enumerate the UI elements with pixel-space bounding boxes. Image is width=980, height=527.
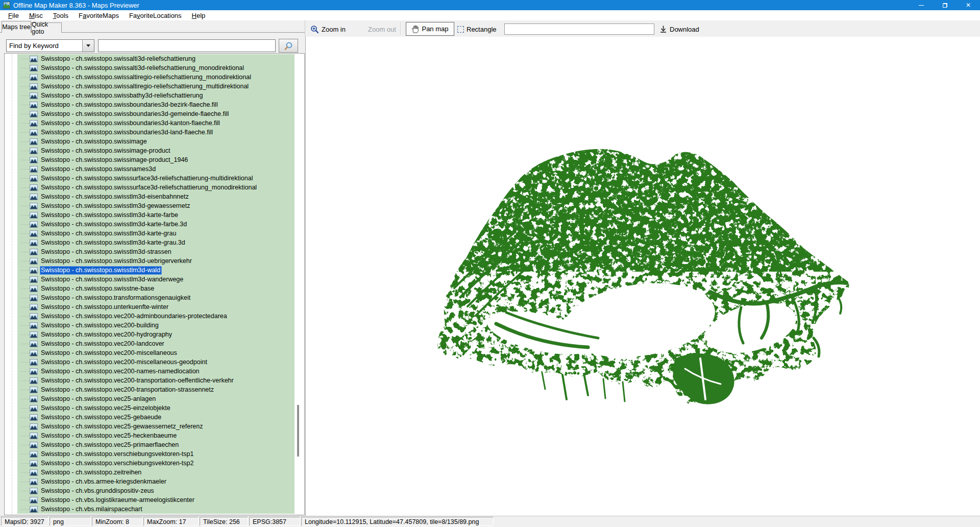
close-icon: ✕ — [966, 2, 971, 8]
tree-row[interactable]: Swisstopo - ch.swisstopo.swisstlm3d-uebr… — [17, 256, 295, 266]
pane-divider — [305, 20, 305, 37]
tree-row[interactable]: Swisstopo - ch.swisstopo.swisstlm3d-eise… — [17, 192, 295, 201]
tree-row[interactable]: Swisstopo - ch.swisstopo.vec25-gebaeude — [17, 413, 295, 422]
zoom-in-button[interactable]: Zoom in — [310, 22, 346, 36]
tree-row-label: Swisstopo - ch.swisstopo.swisstlm3d-wald — [40, 266, 162, 275]
tree-branch-line — [21, 59, 29, 59]
tree-row[interactable]: Swisstopo - ch.vbs.armee-kriegsdenkmaele… — [17, 477, 295, 486]
tree-row-label: Swisstopo - ch.swisstopo.swisstlm3d-kart… — [40, 229, 178, 238]
tree-row[interactable]: Swisstopo - ch.swisstopo.swisssurface3d-… — [17, 183, 295, 192]
tree-row[interactable]: Swisstopo - ch.vbs.logistikraeume-armeel… — [17, 495, 295, 505]
tree-row[interactable]: Swisstopo - ch.swisstopo.swisstlm3d-gewa… — [17, 201, 295, 210]
tree-row[interactable]: Swisstopo - ch.swisstopo.vec200-miscella… — [17, 357, 295, 367]
window-title: Offline Map Maker 8.363 - Maps Previewer — [13, 2, 139, 9]
find-mode-select[interactable]: Find by Keyword — [6, 39, 94, 52]
tree-branch-line — [21, 114, 29, 114]
tree-scrollbar-thumb[interactable] — [297, 405, 299, 457]
tree-row[interactable]: Swisstopo - ch.swisstopo.verschiebungsve… — [17, 459, 295, 468]
tree-row[interactable]: Swisstopo - ch.swisstopo.swisstne-base — [17, 284, 295, 293]
tree-branch-line — [21, 454, 29, 454]
tree-row[interactable]: Swisstopo - ch.swisstopo.swissimage — [17, 137, 295, 146]
search-input[interactable] — [98, 39, 276, 52]
map-layer-icon — [30, 92, 38, 99]
menu-item-tools[interactable]: Tools — [48, 12, 74, 19]
menu-item-file[interactable]: File — [3, 12, 24, 19]
tree-row-label: Swisstopo - ch.swisstopo.swisstlm3d-wand… — [40, 275, 185, 284]
tree-row[interactable]: Swisstopo - ch.swisstopo.vec200-miscella… — [17, 348, 295, 357]
tree-branch-line — [21, 390, 29, 390]
zoom-out-button[interactable]: Zoom out — [365, 22, 396, 36]
map-layer-icon — [30, 102, 38, 108]
tree-branch-line — [21, 261, 29, 261]
tree-row[interactable]: Swisstopo - ch.swisstopo.vec25-einzelobj… — [17, 403, 295, 413]
tree-row[interactable]: Swisstopo - ch.swisstopo.swissboundaries… — [17, 118, 295, 128]
restore-button[interactable] — [933, 0, 957, 10]
tree-branch-line — [21, 169, 29, 170]
tree-row[interactable]: Swisstopo - ch.swisstopo.vec200-adminbou… — [17, 312, 295, 321]
tree-row[interactable]: Swisstopo - ch.swisstopo.vec25-primaerfl… — [17, 440, 295, 449]
tree-row-label: Swisstopo - ch.swisstopo.verschiebungsve… — [40, 459, 195, 468]
tree-row[interactable]: Swisstopo - ch.swisstopo.swissimage-prod… — [17, 146, 295, 155]
map-layer-icon — [30, 423, 38, 430]
tree-row[interactable]: Swisstopo - ch.swisstopo.swissalti3d-rel… — [17, 54, 295, 63]
tree-row[interactable]: Swisstopo - ch.swisstopo.swisstlm3d-kart… — [17, 229, 295, 238]
tree-row[interactable]: Swisstopo - ch.swisstopo.transformations… — [17, 293, 295, 302]
map-layer-icon — [30, 203, 38, 209]
map-layer-icon — [30, 377, 38, 384]
search-button[interactable] — [279, 39, 298, 53]
tree-row[interactable]: Swisstopo - ch.swisstopo.vec25-heckenbae… — [17, 431, 295, 440]
tree-row[interactable]: Swisstopo - ch.swisstopo.zeitreihen — [17, 468, 295, 477]
menu-item-favoritelocations[interactable]: FavoriteLocations — [124, 12, 187, 19]
tree-row[interactable]: Swisstopo - ch.swisstopo.swisstlm3d-kart… — [17, 238, 295, 247]
tree-row[interactable]: Swisstopo - ch.swisstopo.swissaltiregio-… — [17, 82, 295, 91]
tab-maps-tree[interactable]: Maps tree — [2, 21, 31, 33]
tree-row[interactable]: Swisstopo - ch.swisstopo.vec200-transpor… — [17, 376, 295, 385]
close-button[interactable]: ✕ — [957, 0, 980, 10]
tree-row[interactable]: Swisstopo - ch.swisstopo.swissimage-prod… — [17, 155, 295, 164]
tree-row[interactable]: Swisstopo - ch.swisstopo.swissboundaries… — [17, 128, 295, 137]
tree-row[interactable]: Swisstopo - ch.swisstopo.swisstlm3d-wald — [17, 266, 295, 275]
map-toolbar-input[interactable] — [504, 23, 654, 35]
tree-row[interactable]: Swisstopo - ch.swisstopo.swissaltiregio-… — [17, 73, 295, 82]
tree-row-label: Swisstopo - ch.swisstopo.vec200-miscella… — [40, 358, 209, 367]
pan-map-button[interactable]: Pan map — [406, 22, 454, 36]
tree-row[interactable]: Swisstopo - ch.swisstopo.swissnames3d — [17, 164, 295, 174]
tree-row[interactable]: Swisstopo - ch.swisstopo.verschiebungsve… — [17, 449, 295, 459]
tree-row[interactable]: Swisstopo - ch.swisstopo.unterkuenfte-wi… — [17, 302, 295, 312]
tree-row-label: Swisstopo - ch.swisstopo.vec200-miscella… — [40, 349, 179, 357]
rectangle-button[interactable]: Rectangle — [457, 22, 497, 36]
tree-row-label: Swisstopo - ch.swisstopo.swissboundaries… — [40, 119, 222, 128]
tree-row[interactable]: Swisstopo - ch.swisstopo.vec200-transpor… — [17, 385, 295, 394]
tree-row[interactable]: Swisstopo - ch.swisstopo.swissalti3d-rel… — [17, 63, 295, 73]
zoom-in-label: Zoom in — [322, 26, 346, 33]
tree-row[interactable]: Swisstopo - ch.swisstopo.vec200-names-na… — [17, 367, 295, 376]
tree-row[interactable]: Swisstopo - ch.swisstopo.vec200-landcove… — [17, 339, 295, 348]
tree-row[interactable]: Swisstopo - ch.swisstopo.vec25-gewaesser… — [17, 422, 295, 431]
tree-row[interactable]: Swisstopo - ch.swisstopo.swisstlm3d-stra… — [17, 247, 295, 256]
tree-row-label: Swisstopo - ch.swisstopo.unterkuenfte-wi… — [40, 303, 170, 312]
map-layer-icon — [30, 350, 38, 356]
tree-row[interactable]: Swisstopo - ch.swisstopo.vec25-anlagen — [17, 394, 295, 403]
tree-row[interactable]: Swisstopo - ch.vbs.grunddispositiv-zeus — [17, 486, 295, 495]
tree-row[interactable]: Swisstopo - ch.swisstopo.vec200-building — [17, 321, 295, 330]
tree-row[interactable]: Swisstopo - ch.swisstopo.swissboundaries… — [17, 109, 295, 118]
tree-row[interactable]: Swisstopo - ch.swisstopo.swisstlm3d-kart… — [17, 210, 295, 220]
minimize-button[interactable] — [910, 0, 933, 10]
tree-row-label: Swisstopo - ch.swisstopo.vec200-hydrogra… — [40, 330, 174, 339]
tree-branch-line — [21, 206, 29, 206]
tree-row[interactable]: Swisstopo - ch.swisstopo.swisstlm3d-kart… — [17, 220, 295, 229]
tree-row[interactable]: Swisstopo - ch.swisstopo.swisssurface3d-… — [17, 174, 295, 183]
tree-row[interactable]: Swisstopo - ch.swisstopo.swisstlm3d-wand… — [17, 275, 295, 284]
menu-item-misc[interactable]: Misc — [24, 12, 48, 19]
tree-row[interactable]: Swisstopo - ch.swisstopo.vec200-hydrogra… — [17, 330, 295, 339]
tree-row[interactable]: Swisstopo - ch.swisstopo.swissbathy3d-re… — [17, 91, 295, 100]
tree-row-label: Swisstopo - ch.swisstopo.swisstlm3d-kart… — [40, 238, 187, 247]
tab-quick-goto[interactable]: Quick goto — [31, 22, 62, 33]
download-button[interactable]: Download — [659, 22, 699, 36]
tree-row-label: Swisstopo - ch.swisstopo.vec25-gebaeude — [40, 413, 163, 422]
tree-row[interactable]: Swisstopo - ch.vbs.milairspacechart — [17, 505, 295, 514]
menu-item-favoritemaps[interactable]: FavoriteMaps — [74, 12, 124, 19]
menu-item-help[interactable]: Help — [187, 12, 211, 19]
combo-dropdown-button[interactable] — [82, 40, 94, 52]
tree-row[interactable]: Swisstopo - ch.swisstopo.swissboundaries… — [17, 100, 295, 109]
